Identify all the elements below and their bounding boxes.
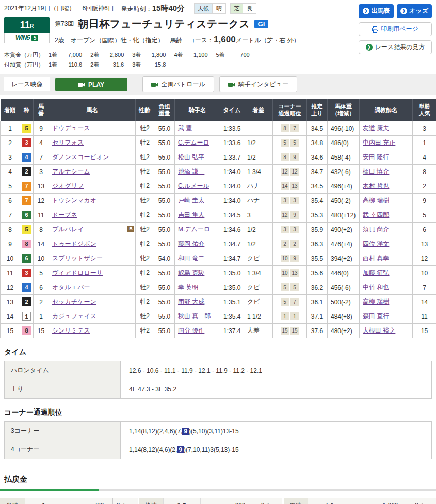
jockey-link[interactable]: 国分 優作	[178, 327, 204, 334]
jockey-link[interactable]: C.ルメール	[178, 182, 209, 190]
trainer-link[interactable]: 森田 直行	[363, 312, 389, 320]
trainer-link[interactable]: 高柳 瑞樹	[363, 298, 389, 305]
trainer-cell: 高柳 瑞樹	[360, 194, 413, 208]
payout-heading-underline	[0, 489, 436, 491]
horse-link[interactable]: スプリットザシー	[52, 255, 103, 262]
horse-link[interactable]: ヴィアドロローサ	[52, 269, 103, 276]
margin	[244, 121, 273, 136]
jockey-link[interactable]: 秋山 真一郎	[178, 312, 211, 320]
odds-button[interactable]: ❯ オッズ	[397, 4, 432, 18]
corner-position-box: 9	[290, 255, 299, 262]
print-page-button[interactable]: 印刷用ページ	[359, 22, 432, 36]
trainer-link[interactable]: 木村 哲也	[363, 182, 389, 190]
trainer-link[interactable]: 四位 洋文	[363, 240, 389, 247]
start-time-label: 発走時刻：	[121, 5, 152, 12]
horse-weight: 476(+4)	[328, 237, 360, 251]
payout-bet-type: 馬連	[283, 498, 308, 504]
jockey-cell: 武 豊	[175, 121, 220, 136]
prize-place-label: 4着	[174, 52, 183, 58]
trainer-link[interactable]: 加藤 征弘	[363, 269, 389, 276]
column-header: タイム	[220, 99, 244, 121]
horse-link[interactable]: ドウデュース	[52, 124, 90, 132]
table-row: 234セリフォス牡255.0C.デムーロ1:33.61/25534.8486(0…	[1, 136, 436, 150]
carried-weight: 55.0	[154, 309, 175, 324]
table-row: 6712トウシンマカオ牡255.0戸崎 圭太1:34.0ハナ3335.4450(…	[1, 194, 436, 208]
jockey-link[interactable]: 松山 弘平	[178, 153, 204, 161]
trainer-link[interactable]: 大根田 裕之	[363, 327, 395, 334]
race-round: 第73回	[55, 20, 74, 28]
horse-name-cell: トゥードジボン	[49, 237, 136, 251]
sex-age: 牡2	[136, 194, 154, 208]
corner-position-box: 5	[281, 284, 289, 291]
jockey-link[interactable]: 武 豊	[178, 124, 192, 132]
trainer-link[interactable]: 西村 真幸	[363, 255, 389, 262]
jockey-cell: 和田 竜二	[175, 251, 220, 266]
horse-name-cell: オタルエバー	[49, 280, 136, 295]
jockey-link[interactable]: 鮫島 克駿	[178, 269, 204, 276]
payout-popularity: 2番人気	[254, 498, 283, 504]
jockey-link[interactable]: 戸崎 圭太	[178, 197, 204, 204]
trainer-link[interactable]: 中内田 充正	[363, 139, 395, 146]
horse-link[interactable]: カジュフェイス	[52, 312, 96, 320]
jockey-link[interactable]: 池添 謙一	[178, 168, 204, 175]
results-guide-button[interactable]: ❯ レース結果の見方	[359, 40, 432, 54]
column-header: 調教師名	[360, 99, 413, 121]
horse-link[interactable]: オタルエバー	[52, 284, 90, 291]
winner-highlight: 9	[182, 428, 189, 435]
jockey-link[interactable]: 吉田 隼人	[178, 211, 204, 218]
payout-heading: 払戻金	[4, 475, 432, 484]
carried-weight: 54.0	[154, 251, 175, 266]
trainer-link[interactable]: 武 幸四郎	[363, 211, 389, 218]
horse-link[interactable]: ジオグリフ	[52, 182, 84, 190]
trainer-link[interactable]: 橋口 慎介	[363, 168, 389, 175]
horse-link[interactable]: トウシンマカオ	[52, 197, 96, 204]
jockey-link[interactable]: 幸 英明	[178, 284, 198, 291]
frame-badge: 8	[22, 326, 31, 335]
start-time-value: 15時40分	[152, 4, 185, 12]
trainer-link[interactable]: 高柳 瑞樹	[363, 197, 389, 204]
win-popularity: 3	[413, 121, 436, 136]
trainer-link[interactable]: 友道 康夫	[363, 124, 389, 132]
horse-link[interactable]: ドーブネ	[52, 211, 77, 218]
horse-link[interactable]: セリフォス	[52, 139, 84, 146]
corner-positions: 33	[273, 194, 307, 208]
jockey-interview-button[interactable]: 騎手インタビュー	[219, 76, 297, 92]
jockey-link[interactable]: 団野 大成	[178, 298, 204, 305]
horse-link[interactable]: アルナシーム	[52, 168, 90, 175]
trainer-link[interactable]: 須貝 尚介	[363, 226, 389, 233]
sex-age: 牡2	[136, 150, 154, 165]
play-button[interactable]: PLAY	[55, 78, 127, 91]
horse-link[interactable]: シンリミテス	[52, 327, 90, 334]
horse-link[interactable]: プルパレイ	[52, 226, 84, 233]
entries-button[interactable]: ❯ 出馬表	[359, 4, 394, 18]
frame-cell: 3	[20, 266, 34, 280]
jockey-link[interactable]: 藤岡 佑介	[178, 240, 204, 247]
win-popularity: 7	[413, 280, 436, 295]
corner-position-box: 14	[281, 182, 289, 190]
patrol-video-button[interactable]: 全周パトロール	[142, 76, 214, 92]
corner-positions: 87	[273, 121, 307, 136]
horse-name-cell: スプリットザシー	[49, 251, 136, 266]
trainer-cell: 加藤 征弘	[360, 266, 413, 280]
finish-time: 1:34.5	[220, 208, 244, 223]
horse-number: 12	[34, 194, 49, 208]
finish-time: 1:33.5	[220, 121, 244, 136]
corner-positions: 1515	[273, 324, 307, 338]
jockey-link[interactable]: M.デムーロ	[178, 226, 210, 233]
jockey-link[interactable]: 和田 竜二	[178, 255, 204, 262]
video-camera-icon	[151, 82, 158, 87]
frame-badge: 6	[22, 211, 31, 219]
trainer-link[interactable]: 安田 隆行	[363, 153, 389, 161]
horse-link[interactable]: ダノンスコーピオン	[52, 153, 109, 161]
horse-weight: 450(-2)	[328, 194, 360, 208]
horse-link[interactable]: セッカチケーン	[52, 298, 96, 305]
results-header-row: 着順枠馬 番馬名性齢負担 重量騎手名タイム着差コーナー 通過順位推定 上り馬体重…	[1, 99, 436, 121]
trainer-link[interactable]: 中竹 和也	[363, 284, 389, 291]
payout-amount: 780円	[62, 498, 112, 504]
horse-link[interactable]: トゥードジボン	[52, 240, 96, 247]
horse-name-cell: ヴィアドロローサ	[49, 266, 136, 280]
jockey-link[interactable]: C.デムーロ	[178, 139, 209, 146]
horse-weight: 500(-2)	[328, 295, 360, 309]
race-date: 2021年12月19日（日曜）	[4, 4, 75, 13]
win-popularity: 5	[413, 208, 436, 223]
